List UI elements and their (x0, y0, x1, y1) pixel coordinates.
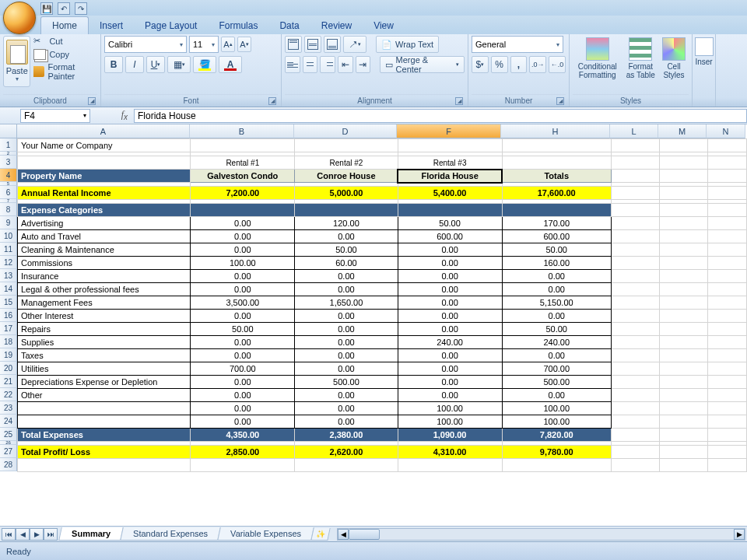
cell[interactable]: 0.00 (398, 257, 502, 270)
cell[interactable]: 0.00 (191, 270, 295, 283)
cell[interactable]: Utilities (18, 362, 191, 376)
cell[interactable]: Insurance (18, 270, 191, 283)
font-size-combo[interactable]: 11▾ (189, 36, 219, 53)
cell[interactable]: Cleaning & Maintenance (18, 243, 191, 257)
conditional-formatting-button[interactable]: Conditional Formatting (573, 36, 622, 94)
cell[interactable]: 0.00 (398, 349, 502, 362)
cell[interactable] (611, 257, 659, 270)
cell[interactable] (611, 429, 659, 442)
cell[interactable] (707, 323, 746, 336)
cut-button[interactable]: ✂Cut (33, 36, 97, 47)
cell[interactable] (295, 204, 398, 217)
cell[interactable] (659, 230, 707, 243)
row-header-1[interactable]: 1 (0, 138, 17, 152)
font-color-button[interactable]: A (219, 56, 242, 73)
row-header-9[interactable]: 9 (0, 216, 17, 229)
ribbon-tab-review[interactable]: Review (310, 17, 363, 34)
cell[interactable] (659, 459, 707, 472)
cell[interactable]: 100.00 (502, 402, 611, 415)
cell[interactable] (611, 349, 659, 362)
cell[interactable]: 0.00 (191, 283, 295, 296)
tab-nav-first[interactable]: ⏮ (2, 528, 16, 541)
row-header-21[interactable]: 21 (0, 375, 17, 388)
row-header-27[interactable]: 27 (0, 445, 17, 458)
cell[interactable] (191, 459, 295, 472)
cell[interactable]: 0.00 (191, 310, 295, 323)
cell[interactable]: 0.00 (295, 283, 398, 296)
column-headers[interactable]: ABDFHLMN (17, 124, 747, 138)
cell[interactable] (295, 459, 398, 472)
cell[interactable]: Total Profit/ Loss (18, 446, 191, 459)
cell[interactable] (398, 204, 502, 217)
cell[interactable] (659, 270, 707, 283)
cell[interactable] (707, 415, 746, 429)
cell[interactable] (611, 139, 659, 152)
col-header-F[interactable]: F (397, 124, 501, 138)
percent-button[interactable]: % (491, 56, 508, 73)
row-header-17[interactable]: 17 (0, 322, 17, 335)
sheet-tab-summary[interactable]: Summary (58, 527, 124, 541)
cell[interactable]: 4,350.00 (191, 429, 295, 442)
cell[interactable] (18, 402, 191, 415)
cell[interactable]: 700.00 (191, 362, 295, 376)
cell[interactable]: 100.00 (398, 402, 502, 415)
cell[interactable]: 0.00 (191, 402, 295, 415)
cell[interactable] (659, 362, 707, 376)
cell[interactable]: 0.00 (398, 283, 502, 296)
row-header-16[interactable]: 16 (0, 309, 17, 322)
cell[interactable]: 7,200.00 (191, 187, 295, 200)
cell[interactable]: 100.00 (191, 257, 295, 270)
row-header-13[interactable]: 13 (0, 269, 17, 282)
cell[interactable] (659, 349, 707, 362)
cell[interactable] (659, 204, 707, 217)
underline-button[interactable]: U ▾ (146, 56, 165, 73)
cell[interactable] (707, 257, 746, 270)
cell[interactable]: 5,400.00 (398, 187, 502, 200)
cell[interactable]: 0.00 (502, 349, 611, 362)
cell[interactable]: 100.00 (502, 415, 611, 429)
cell[interactable]: Rental #3 (398, 156, 502, 170)
cell[interactable] (659, 402, 707, 415)
cell[interactable] (707, 459, 746, 472)
number-format-combo[interactable]: General▾ (472, 36, 563, 53)
cell[interactable]: 0.00 (502, 310, 611, 323)
cell[interactable] (611, 156, 659, 170)
cell[interactable] (611, 376, 659, 389)
cell[interactable]: 500.00 (295, 376, 398, 389)
cell[interactable]: 0.00 (295, 389, 398, 402)
row-header-19[interactable]: 19 (0, 348, 17, 362)
col-header-D[interactable]: D (294, 124, 397, 138)
cell[interactable]: Other Interest (18, 310, 191, 323)
cell[interactable]: Property Name (18, 170, 191, 183)
cell[interactable] (611, 323, 659, 336)
cell[interactable] (707, 446, 746, 459)
row-header-22[interactable]: 22 (0, 388, 17, 401)
cell-styles-button[interactable]: Cell Styles (659, 36, 689, 94)
border-button[interactable]: ▦▾ (167, 56, 191, 73)
scroll-right-button[interactable]: ▶ (734, 529, 745, 540)
cell[interactable]: 0.00 (295, 270, 398, 283)
cell[interactable]: 160.00 (502, 257, 611, 270)
sheet-tab-standard-expenses[interactable]: Standard Expenses (120, 527, 221, 541)
fx-icon[interactable]: fx (121, 109, 128, 121)
cell[interactable]: 50.00 (502, 243, 611, 257)
cell[interactable]: Advertising (18, 217, 191, 230)
cell[interactable] (707, 389, 746, 402)
cell[interactable]: Galveston Condo (191, 170, 295, 183)
italic-button[interactable]: I (125, 56, 144, 73)
undo-button[interactable]: ↶ (58, 2, 70, 15)
row-header-6[interactable]: 6 (0, 186, 17, 199)
cell[interactable] (611, 204, 659, 217)
new-sheet-button[interactable]: ✨ (310, 528, 330, 541)
save-button[interactable]: 💾 (40, 2, 53, 15)
cell[interactable]: Annual Rental Income (18, 187, 191, 200)
align-left-button[interactable] (285, 56, 300, 73)
col-header-N[interactable]: N (707, 124, 745, 138)
cell[interactable]: 0.00 (295, 402, 398, 415)
cell[interactable]: 0.00 (398, 310, 502, 323)
cell[interactable] (707, 243, 746, 257)
cell[interactable]: Your Name or Company (18, 139, 191, 152)
row-header-4[interactable]: 4 (0, 169, 17, 182)
select-all-corner[interactable] (0, 124, 17, 138)
cell[interactable]: 60.00 (295, 257, 398, 270)
